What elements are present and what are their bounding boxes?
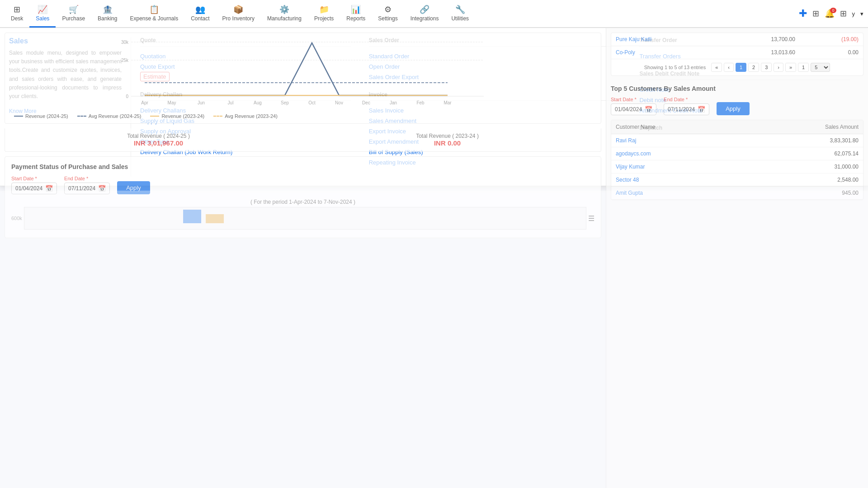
last-page-button[interactable]: » bbox=[785, 63, 796, 72]
product-name-cell-2[interactable]: Co-Poly bbox=[611, 46, 720, 59]
customer-amount-2: 62,075.14 bbox=[745, 147, 863, 160]
per-page-select[interactable]: 5 10 25 bbox=[811, 63, 830, 72]
product-change-cell-1: (19.00) bbox=[800, 33, 863, 46]
payment-end-date-input[interactable]: 07/11/2024 📅 bbox=[64, 183, 110, 194]
page-body: Sales Sales module menu, designed to emp… bbox=[0, 28, 868, 488]
col-customer-name: Customer Name bbox=[611, 120, 745, 134]
svg-text:Sep: Sep bbox=[281, 100, 289, 105]
nav-item-desk[interactable]: ⊞ Desk bbox=[5, 0, 29, 28]
customer-amount-1: 3,83,301.80 bbox=[745, 134, 863, 147]
nav-item-purchase[interactable]: 🛒 Purchase bbox=[56, 0, 91, 28]
sales-icon: 📈 bbox=[38, 5, 47, 14]
customer-amount-3: 31,000.00 bbox=[745, 160, 863, 174]
payment-start-date-input[interactable]: 01/04/2024 📅 bbox=[11, 183, 57, 194]
right-panel: Pure Kaju Katli 13,700.00 (19.00) Co-Pol… bbox=[606, 28, 868, 488]
customers-end-date-label: End Date * bbox=[664, 97, 709, 102]
apps-icon[interactable]: ⊞ bbox=[840, 9, 847, 19]
reports-icon: 📊 bbox=[351, 5, 361, 14]
nav-item-settings[interactable]: ⚙ Settings bbox=[372, 0, 404, 28]
user-dropdown-icon[interactable]: ▾ bbox=[860, 10, 863, 17]
customer-name-4[interactable]: Sector 48 bbox=[611, 174, 745, 187]
top-navigation: ⊞ Desk 📈 Sales 🛒 Purchase 🏦 Banking 📋 Ex… bbox=[0, 0, 868, 28]
product-table: Pure Kaju Katli 13,700.00 (19.00) Co-Pol… bbox=[611, 33, 863, 59]
nav-item-reports[interactable]: 📊 Reports bbox=[340, 0, 372, 28]
nav-item-manufacturing[interactable]: ⚙️ Manufacturing bbox=[261, 0, 308, 28]
page-3-button[interactable]: 3 bbox=[761, 63, 772, 72]
product-name-cell-1[interactable]: Pure Kaju Katli bbox=[611, 33, 720, 46]
nav-item-integrations[interactable]: 🔗 Integrations bbox=[404, 0, 445, 28]
desk-icon: ⊞ bbox=[14, 5, 20, 14]
customer-name-1[interactable]: Ravi Raj bbox=[611, 134, 745, 147]
nav-label-utilities: Utilities bbox=[451, 15, 469, 22]
legend-label-rev2024: Revenue (2024-25) bbox=[25, 113, 68, 119]
nav-label-settings: Settings bbox=[378, 15, 397, 22]
payment-date-row: Start Date * 01/04/2024 📅 End Date * bbox=[11, 176, 594, 194]
svg-text:Nov: Nov bbox=[335, 100, 343, 105]
legend-label-rev2023: Revenue (2023-24) bbox=[161, 113, 204, 119]
nav-label-projects: Projects bbox=[314, 15, 334, 22]
proinventory-icon: 📦 bbox=[233, 5, 243, 14]
purchase-icon: 🛒 bbox=[69, 5, 79, 14]
payment-status-title: Payment Status of Purchase and Sales bbox=[11, 163, 594, 170]
grid-icon[interactable]: ⊞ bbox=[812, 9, 819, 19]
nav-item-proinventory[interactable]: 📦 Pro Inventory bbox=[216, 0, 261, 28]
calendar-icon-1[interactable]: 📅 bbox=[45, 185, 53, 192]
nav-label-banking: Banking bbox=[98, 15, 117, 22]
nav-item-banking[interactable]: 🏦 Banking bbox=[91, 0, 123, 28]
period-label: ( For the period 1-Apr-2024 to 7-Nov-202… bbox=[11, 199, 594, 205]
next-page-button[interactable]: › bbox=[774, 63, 783, 72]
first-page-button[interactable]: « bbox=[711, 63, 722, 72]
payment-bar-chart bbox=[24, 207, 586, 230]
utilities-icon: 🔧 bbox=[455, 5, 465, 14]
calendar-icon-2[interactable]: 📅 bbox=[98, 185, 106, 192]
nav-label-manufacturing: Manufacturing bbox=[267, 15, 302, 22]
payment-apply-button[interactable]: Apply bbox=[117, 181, 150, 194]
table-row: Ravi Raj 3,83,301.80 bbox=[611, 134, 863, 147]
calendar-icon-4[interactable]: 📅 bbox=[698, 106, 705, 113]
customers-start-date-input[interactable]: 01/04/2024 📅 bbox=[611, 103, 656, 115]
top-customers-section: Top 5 Customers By Sales Amount Start Da… bbox=[606, 80, 868, 205]
nav-item-expense[interactable]: 📋 Expense & Journals bbox=[123, 0, 184, 28]
table-row: Vijay Kumar 31,000.00 bbox=[611, 160, 863, 174]
table-row: Sector 48 2,548.00 bbox=[611, 174, 863, 187]
total-2024-25-label: Total Revenue ( 2024-25 ) bbox=[127, 133, 190, 139]
nav-item-utilities[interactable]: 🔧 Utilities bbox=[445, 0, 475, 28]
svg-text:Jun: Jun bbox=[198, 100, 205, 105]
svg-rect-19 bbox=[206, 214, 224, 223]
calendar-icon-3[interactable]: 📅 bbox=[645, 106, 652, 113]
customer-name-3[interactable]: Vijay Kumar bbox=[611, 160, 745, 174]
nav-items: ⊞ Desk 📈 Sales 🛒 Purchase 🏦 Banking 📋 Ex… bbox=[5, 0, 799, 28]
nav-right: ✚ ⊞ 🔔 0 ⊞ y ▾ bbox=[799, 8, 864, 19]
contact-icon: 👥 bbox=[195, 5, 205, 14]
svg-rect-18 bbox=[183, 210, 201, 223]
nav-item-sales[interactable]: 📈 Sales bbox=[29, 0, 56, 28]
customers-table: Customer Name Sales Amount Ravi Raj 3,83… bbox=[611, 120, 863, 200]
total-2023-24-value: INR 0.00 bbox=[416, 139, 479, 147]
nav-item-projects[interactable]: 📁 Projects bbox=[308, 0, 340, 28]
customer-name-5[interactable]: Amit Gupta bbox=[611, 187, 745, 200]
page-number-input[interactable]: 1 bbox=[798, 63, 809, 72]
nav-label-reports: Reports bbox=[346, 15, 365, 22]
table-row: Pure Kaju Katli 13,700.00 (19.00) bbox=[611, 33, 863, 46]
bar-chart-controls: 600k ☰ bbox=[11, 207, 594, 230]
nav-label-sales: Sales bbox=[36, 15, 49, 22]
page-2-button[interactable]: 2 bbox=[748, 63, 759, 72]
add-button[interactable]: ✚ bbox=[799, 8, 807, 19]
customer-name-2[interactable]: agodaycs.com bbox=[611, 147, 745, 160]
customer-amount-4: 2,548.00 bbox=[745, 174, 863, 187]
customers-header: Top 5 Customers By Sales Amount bbox=[611, 85, 863, 92]
user-label[interactable]: y bbox=[852, 10, 855, 17]
total-2024-25-value: INR 3,01,967.00 bbox=[127, 139, 190, 147]
svg-text:Dec: Dec bbox=[362, 100, 370, 105]
hamburger-icon[interactable]: ☰ bbox=[588, 214, 594, 223]
customers-end-date-input[interactable]: 07/11/2024 📅 bbox=[664, 103, 709, 115]
manufacturing-icon: ⚙️ bbox=[279, 5, 289, 14]
page-1-button[interactable]: 1 bbox=[736, 63, 746, 72]
chart-legend: Revenue (2024-25) Avg Revenue (2024-25) … bbox=[9, 113, 596, 119]
prev-page-button[interactable]: ‹ bbox=[724, 63, 734, 72]
payment-end-date-field: End Date * 07/11/2024 📅 bbox=[64, 176, 110, 194]
customers-apply-wrapper: Apply bbox=[717, 102, 750, 115]
nav-item-contact[interactable]: 👥 Contact bbox=[184, 0, 216, 28]
customers-apply-button[interactable]: Apply bbox=[717, 102, 750, 115]
nav-label-expense: Expense & Journals bbox=[130, 15, 178, 22]
